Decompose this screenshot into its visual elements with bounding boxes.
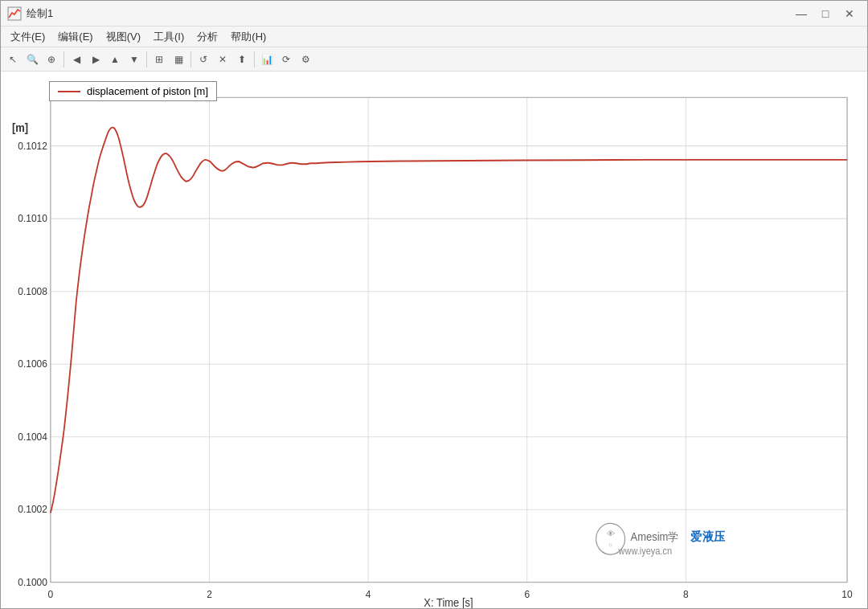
svg-text:[m]: [m] [12, 122, 28, 135]
svg-text:0: 0 [48, 589, 54, 601]
legend-label: displacement of piston [m] [87, 85, 208, 97]
tool-prev[interactable]: ◀ [68, 51, 85, 68]
toolbar-sep-4 [254, 51, 255, 67]
menu-bar: 文件(E) 编辑(E) 视图(V) 工具(I) 分析 帮助(H) [1, 27, 867, 47]
tool-up[interactable]: ▲ [106, 51, 124, 68]
menu-tools[interactable]: 工具(I) [147, 28, 190, 46]
menu-analysis[interactable]: 分析 [190, 28, 224, 46]
tool-settings[interactable]: ⚙ [297, 51, 314, 68]
svg-text:0.1006: 0.1006 [18, 358, 47, 370]
main-window: 绘制1 — □ ✕ 文件(E) 编辑(E) 视图(V) 工具(I) 分析 帮助(… [0, 0, 868, 609]
menu-file[interactable]: 文件(E) [4, 28, 51, 46]
chart-svg: 0.1000 0.1002 0.1004 0.1006 0.1008 0.101… [1, 72, 867, 608]
tool-down[interactable]: ▼ [125, 51, 143, 68]
toolbar-sep-3 [190, 51, 191, 67]
svg-text:0.1008: 0.1008 [18, 286, 47, 298]
tool-table[interactable]: ▦ [170, 51, 187, 68]
title-bar: 绘制1 — □ ✕ [1, 1, 867, 27]
tool-grid[interactable]: ⊞ [150, 51, 168, 68]
title-controls: — □ ✕ [790, 5, 861, 22]
svg-text:Amesim学: Amesim学 [631, 531, 679, 544]
window-title: 绘制1 [27, 6, 53, 21]
svg-text:0.1010: 0.1010 [18, 213, 47, 225]
chart-area: displacement of piston [m] [1, 72, 867, 608]
tool-zoom-region[interactable]: ⊕ [43, 51, 60, 68]
app-icon [7, 6, 22, 21]
svg-text:0.1004: 0.1004 [18, 431, 47, 443]
toolbar-sep-2 [146, 51, 147, 67]
close-button[interactable]: ✕ [838, 5, 861, 22]
menu-help[interactable]: 帮助(H) [224, 28, 272, 46]
toolbar: ↖ 🔍 ⊕ ◀ ▶ ▲ ▼ ⊞ ▦ ↺ ✕ ⬆ 📊 ⟳ ⚙ [1, 47, 867, 72]
svg-text:0.1000: 0.1000 [18, 577, 47, 589]
tool-refresh[interactable]: ↺ [194, 51, 212, 68]
tool-reset[interactable]: ⟳ [277, 51, 295, 68]
svg-text:X: Time [s]: X: Time [s] [424, 596, 473, 608]
menu-view[interactable]: 视图(V) [100, 28, 147, 46]
tool-zoom-in[interactable]: 🔍 [23, 51, 41, 68]
menu-edit[interactable]: 编辑(E) [51, 28, 99, 46]
chart-legend: displacement of piston [m] [49, 81, 217, 101]
tool-arrow[interactable]: ↖ [4, 51, 22, 68]
legend-line [58, 91, 80, 92]
title-left: 绘制1 [7, 6, 53, 21]
svg-text:10: 10 [841, 589, 852, 601]
svg-text:6: 6 [524, 589, 530, 601]
tool-next[interactable]: ▶ [87, 51, 104, 68]
svg-text:8: 8 [683, 589, 689, 601]
svg-text:0.1012: 0.1012 [18, 141, 47, 153]
svg-text:爱液压: 爱液压 [690, 529, 726, 543]
svg-text:○: ○ [608, 540, 612, 548]
svg-text:👁: 👁 [607, 529, 615, 537]
tool-close-item[interactable]: ✕ [214, 51, 231, 68]
maximize-button[interactable]: □ [814, 5, 837, 22]
tool-chart[interactable]: 📊 [258, 51, 276, 68]
svg-text:0.1002: 0.1002 [18, 504, 47, 516]
svg-text:4: 4 [366, 589, 371, 601]
tool-export[interactable]: ⬆ [233, 51, 251, 68]
minimize-button[interactable]: — [790, 5, 813, 22]
svg-text:www.iyeya.cn: www.iyeya.cn [618, 546, 672, 556]
svg-text:2: 2 [207, 589, 212, 601]
toolbar-sep-1 [63, 51, 64, 67]
